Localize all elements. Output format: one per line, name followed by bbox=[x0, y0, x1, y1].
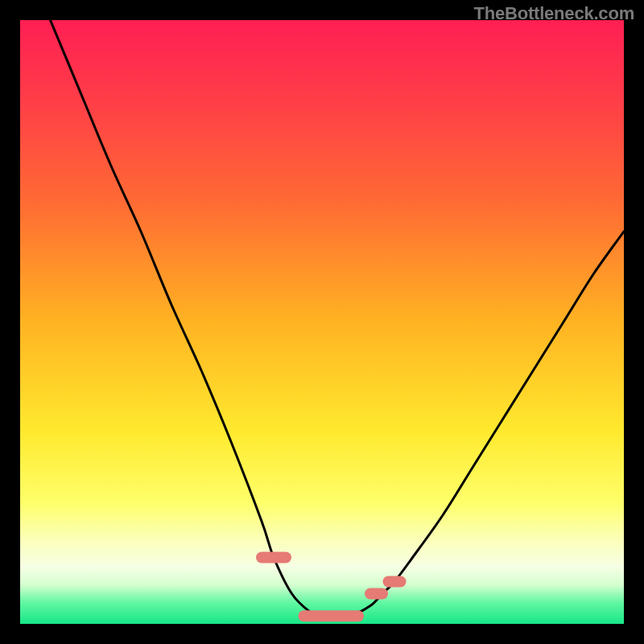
outer-frame: TheBottleneck.com bbox=[0, 0, 644, 644]
watermark-text: TheBottleneck.com bbox=[473, 3, 634, 24]
plot-area bbox=[20, 20, 624, 624]
gradient-background bbox=[20, 20, 624, 624]
chart-svg bbox=[20, 20, 624, 624]
